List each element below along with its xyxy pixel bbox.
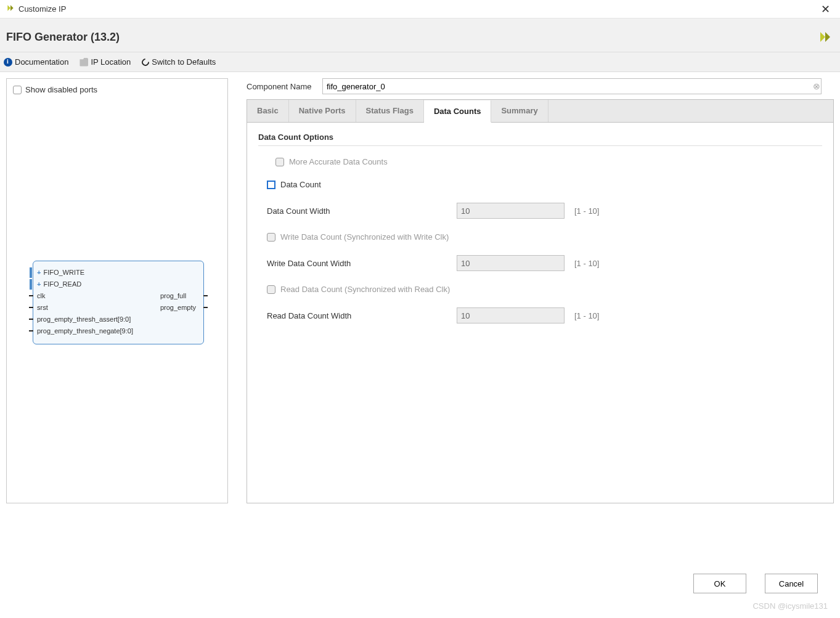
port-srst: srst xyxy=(33,301,137,313)
checkbox-icon xyxy=(267,285,275,294)
tab-status-flags[interactable]: Status Flags xyxy=(356,100,424,122)
wire-icon xyxy=(29,307,33,308)
wire-icon xyxy=(203,307,208,308)
port-clk: clk xyxy=(33,290,137,301)
ip-location-link[interactable]: IP Location xyxy=(80,57,131,67)
port-prog-full: prog_full xyxy=(157,290,200,301)
read-data-count-width-row: Read Data Count Width [1 - 10] xyxy=(267,307,822,323)
port-fifo-read[interactable]: +FIFO_READ xyxy=(33,278,137,290)
symbol-panel: Show disabled ports +FIFO_WRITE +FIFO_RE… xyxy=(6,78,228,503)
port-prog-empty-thresh-negate: prog_empty_thresh_negate[9:0] xyxy=(33,325,137,336)
bus-bar-icon xyxy=(30,267,32,278)
titlebar: Customize IP ✕ xyxy=(0,0,840,18)
port-prog-empty: prog_empty xyxy=(157,301,200,313)
main: Show disabled ports +FIFO_WRITE +FIFO_RE… xyxy=(0,72,840,510)
component-name-label: Component Name xyxy=(247,82,317,91)
rdcw-label: Read Data Count Width xyxy=(267,311,452,320)
folder-icon xyxy=(80,58,88,67)
output-ports: prog_full prog_empty xyxy=(157,290,200,313)
reload-icon xyxy=(141,57,151,67)
port-prog-empty-thresh-assert: prog_empty_thresh_assert[9:0] xyxy=(33,313,137,325)
read-data-count-width-input[interactable] xyxy=(457,307,565,323)
wdc-label: Write Data Count (Synchronized with Writ… xyxy=(280,232,449,242)
rdc-label: Read Data Count (Synchronized with Read … xyxy=(280,285,450,294)
write-data-count-checkbox: Write Data Count (Synchronized with Writ… xyxy=(267,232,822,242)
data-count-checkbox[interactable]: Data Count xyxy=(267,180,822,189)
documentation-link[interactable]: Documentation xyxy=(4,57,68,67)
input-ports: +FIFO_WRITE +FIFO_READ clk srst prog_emp… xyxy=(33,266,137,336)
divider xyxy=(258,145,822,146)
component-name-input[interactable] xyxy=(322,78,822,94)
ip-symbol: +FIFO_WRITE +FIFO_READ clk srst prog_emp… xyxy=(33,261,204,344)
write-data-count-width-input[interactable] xyxy=(457,255,565,271)
checkbox-icon xyxy=(275,158,284,166)
footer: OK Cancel xyxy=(693,574,818,593)
info-icon xyxy=(4,58,12,67)
tab-native-ports[interactable]: Native Ports xyxy=(289,100,356,122)
switch-defaults-label: Switch to Defaults xyxy=(152,57,216,67)
wire-icon xyxy=(29,295,33,296)
dcw-label: Data Count Width xyxy=(267,206,452,216)
config-panel: Component Name ⊗ Basic Native Ports Stat… xyxy=(247,78,834,503)
header: FIFO Generator (13.2) xyxy=(0,18,840,52)
cancel-button[interactable]: Cancel xyxy=(765,574,818,593)
bus-bar-icon xyxy=(30,279,32,290)
ok-button[interactable]: OK xyxy=(693,574,746,593)
checkbox-icon xyxy=(267,233,275,242)
more-accurate-checkbox: More Accurate Data Counts xyxy=(275,157,822,166)
tab-body: Data Count Options More Accurate Data Co… xyxy=(247,123,834,503)
more-accurate-label: More Accurate Data Counts xyxy=(289,157,388,166)
wire-icon xyxy=(29,319,33,320)
data-count-width-input[interactable] xyxy=(457,203,565,219)
show-disabled-ports-checkbox[interactable]: Show disabled ports xyxy=(13,85,221,94)
dcw-range: [1 - 10] xyxy=(574,206,599,216)
clear-icon[interactable]: ⊗ xyxy=(813,81,820,91)
close-icon[interactable]: ✕ xyxy=(817,2,834,16)
switch-defaults-link[interactable]: Switch to Defaults xyxy=(142,57,216,67)
tab-data-counts[interactable]: Data Counts xyxy=(424,100,492,123)
documentation-label: Documentation xyxy=(15,57,68,67)
toolbar: Documentation IP Location Switch to Defa… xyxy=(0,52,840,72)
wdcw-label: Write Data Count Width xyxy=(267,259,452,268)
section-title: Data Count Options xyxy=(258,132,822,142)
wire-icon xyxy=(29,330,33,331)
wdcw-range: [1 - 10] xyxy=(574,259,599,268)
component-name-row: Component Name ⊗ xyxy=(247,78,834,94)
checkbox-icon xyxy=(13,86,22,94)
data-count-label: Data Count xyxy=(280,180,321,189)
tabs: Basic Native Ports Status Flags Data Cou… xyxy=(247,99,834,123)
vivado-logo-large-icon xyxy=(817,30,834,44)
watermark: CSDN @icysmile131 xyxy=(752,601,828,611)
wire-icon xyxy=(203,295,208,296)
rdcw-range: [1 - 10] xyxy=(574,311,599,320)
write-data-count-width-row: Write Data Count Width [1 - 10] xyxy=(267,255,822,271)
vivado-logo-icon xyxy=(6,4,15,14)
data-count-width-row: Data Count Width [1 - 10] xyxy=(267,203,822,219)
page-title: FIFO Generator (13.2) xyxy=(6,31,817,44)
port-fifo-write[interactable]: +FIFO_WRITE xyxy=(33,266,137,278)
show-disabled-label: Show disabled ports xyxy=(25,85,97,94)
ip-location-label: IP Location xyxy=(91,57,131,67)
tab-basic[interactable]: Basic xyxy=(247,100,289,122)
window-title: Customize IP xyxy=(18,4,817,14)
read-data-count-checkbox: Read Data Count (Synchronized with Read … xyxy=(267,285,822,294)
checkbox-icon xyxy=(267,181,275,189)
tab-summary[interactable]: Summary xyxy=(491,100,548,122)
